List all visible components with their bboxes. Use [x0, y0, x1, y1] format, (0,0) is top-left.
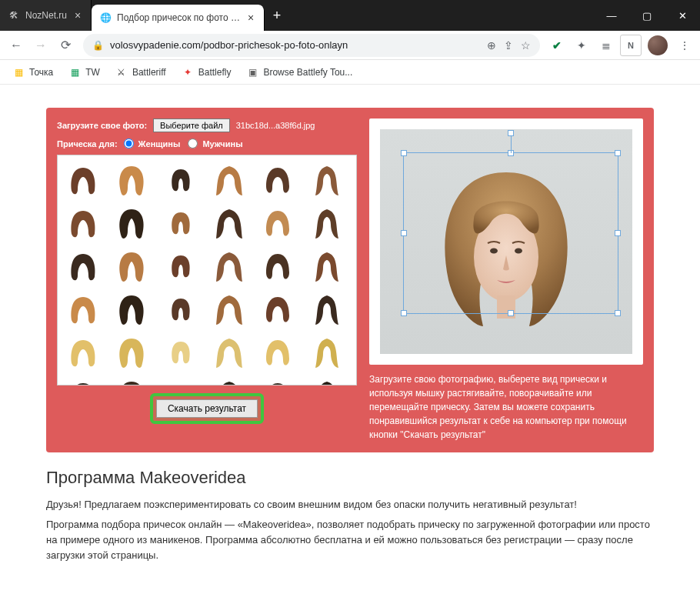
minimize-button[interactable]: —: [594, 0, 629, 31]
hairstyle-grid[interactable]: [58, 155, 356, 385]
reading-list-icon[interactable]: ≣: [595, 35, 617, 56]
hairstyle-option[interactable]: [308, 377, 346, 385]
lock-icon: 🔒: [92, 40, 104, 51]
urlbar-actions: ⊕ ⇪ ☆: [487, 39, 531, 52]
hairstyle-option[interactable]: [258, 162, 297, 197]
reload-button[interactable]: ⟳: [54, 34, 77, 57]
forward-button[interactable]: →: [29, 34, 52, 57]
check-extension-icon[interactable]: ✔: [546, 35, 568, 56]
hairstyle-option[interactable]: [162, 334, 200, 369]
hairstyle-option[interactable]: [64, 205, 102, 240]
window-controls: — ▢ ✕: [594, 0, 700, 31]
choose-file-button[interactable]: Выберите файл: [153, 118, 230, 132]
resize-handle-mr[interactable]: [615, 230, 621, 236]
back-button[interactable]: ←: [5, 34, 28, 57]
upload-label: Загрузите свое фото:: [57, 121, 147, 130]
bookmark-item[interactable]: ▣Browse Battlefy Tou...: [240, 63, 358, 82]
preview-canvas[interactable]: [380, 129, 632, 354]
hairstyle-option[interactable]: [258, 205, 297, 240]
resize-handle-br[interactable]: [615, 310, 621, 316]
selection-box[interactable]: [403, 152, 618, 314]
hairstyle-option[interactable]: [64, 162, 102, 197]
extensions-icon[interactable]: ✦: [571, 35, 592, 56]
resize-handle-tl[interactable]: [401, 150, 407, 156]
article-section: Программа Makeoveridea Друзья! Предлагае…: [46, 468, 654, 564]
address-bar[interactable]: 🔒 ⊕ ⇪ ☆: [83, 34, 540, 57]
hairstyle-option[interactable]: [112, 291, 151, 326]
bookmark-icon: ✦: [182, 66, 194, 78]
hairstyle-option[interactable]: [258, 334, 297, 369]
hairstyle-option[interactable]: [308, 334, 346, 369]
bookmark-icon: ⚔: [115, 66, 128, 78]
hairstyle-option[interactable]: [162, 248, 200, 283]
hairstyle-option[interactable]: [210, 377, 248, 385]
hairstyle-option[interactable]: [258, 291, 297, 326]
bookmark-item[interactable]: ▦Точка: [6, 63, 59, 82]
resize-handle-ml[interactable]: [401, 230, 407, 236]
browser-tab-active[interactable]: 🌐 Подбор причесок по фото онла ×: [92, 5, 265, 31]
hairstyle-option[interactable]: [210, 162, 248, 197]
hairstyle-option[interactable]: [162, 162, 200, 197]
bookmark-item[interactable]: ▦TW: [62, 63, 106, 82]
hairstyle-option[interactable]: [64, 377, 102, 385]
search-icon[interactable]: ⊕: [487, 39, 496, 52]
hairstyle-option[interactable]: [112, 248, 151, 283]
hairstyle-option[interactable]: [162, 205, 200, 240]
profile-avatar[interactable]: [648, 35, 668, 55]
resize-handle-bl[interactable]: [401, 310, 407, 316]
download-wrap: Скачать результат: [57, 393, 357, 424]
hairstyle-option[interactable]: [112, 334, 151, 369]
tab-title: NozNet.ru: [25, 10, 67, 21]
share-icon[interactable]: ⇪: [504, 39, 513, 52]
close-icon[interactable]: ×: [245, 12, 256, 23]
hairstyle-app-panel: Загрузите свое фото: Выберите файл 31bc1…: [46, 108, 654, 452]
hairstyle-option[interactable]: [258, 377, 297, 385]
browser-tabs: 🛠 NozNet.ru × 🌐 Подбор причесок по фото …: [0, 0, 594, 31]
close-window-button[interactable]: ✕: [665, 0, 700, 31]
hairstyle-option[interactable]: [112, 377, 151, 385]
hairstyle-option[interactable]: [162, 377, 200, 385]
hairstyle-option[interactable]: [64, 334, 102, 369]
hairstyle-option[interactable]: [210, 248, 248, 283]
maximize-button[interactable]: ▢: [629, 0, 665, 31]
hairstyle-option[interactable]: [308, 248, 346, 283]
hairstyle-option[interactable]: [210, 205, 248, 240]
radio-female[interactable]: [124, 138, 134, 148]
article-heading: Программа Makeoveridea: [46, 468, 654, 488]
hairstyle-option[interactable]: [210, 291, 248, 326]
rotate-handle[interactable]: [508, 130, 514, 136]
notion-icon[interactable]: N: [620, 35, 642, 56]
hairstyle-option[interactable]: [112, 205, 151, 240]
url-input[interactable]: [110, 39, 481, 51]
hairstyle-option[interactable]: [308, 162, 346, 197]
upload-row: Загрузите свое фото: Выберите файл 31bc1…: [57, 118, 357, 132]
browser-tab-noznet[interactable]: 🛠 NozNet.ru ×: [0, 0, 92, 31]
page-content[interactable]: Загрузите свое фото: Выберите файл 31bc1…: [0, 85, 700, 594]
resize-handle-tr[interactable]: [615, 150, 621, 156]
wrench-icon: 🛠: [8, 9, 20, 22]
browser-toolbar: ← → ⟳ 🔒 ⊕ ⇪ ☆ ✔ ✦ ≣ N ⋮: [0, 31, 700, 60]
bookmark-item[interactable]: ✦Battlefly: [175, 63, 238, 82]
hairstyle-option[interactable]: [64, 291, 102, 326]
bookmark-star-icon[interactable]: ☆: [521, 39, 531, 52]
resize-handle-bm[interactable]: [508, 310, 514, 316]
bookmark-icon: ▦: [68, 66, 81, 78]
bookmark-item[interactable]: ⚔Battleriff: [109, 63, 172, 82]
hairstyle-option[interactable]: [308, 291, 346, 326]
menu-icon[interactable]: ⋮: [674, 35, 695, 56]
hairstyle-option[interactable]: [308, 205, 346, 240]
hairstyle-option[interactable]: [162, 291, 200, 326]
extensions-area: ✔ ✦ ≣ N ⋮: [546, 35, 695, 56]
instructions-text: Загрузите свою фотографию, выберете вид …: [369, 372, 643, 442]
download-highlight: Скачать результат: [150, 393, 264, 424]
radio-male[interactable]: [188, 138, 198, 148]
new-tab-button[interactable]: +: [265, 0, 289, 31]
close-icon[interactable]: ×: [72, 10, 83, 21]
hairstyle-option[interactable]: [210, 334, 248, 369]
download-result-button[interactable]: Скачать результат: [156, 399, 258, 418]
left-column: Загрузите свое фото: Выберите файл 31bc1…: [57, 118, 357, 442]
hairstyle-option[interactable]: [112, 162, 151, 197]
right-column: Загрузите свою фотографию, выберете вид …: [369, 118, 643, 442]
hairstyle-option[interactable]: [64, 248, 102, 283]
hairstyle-option[interactable]: [258, 248, 297, 283]
